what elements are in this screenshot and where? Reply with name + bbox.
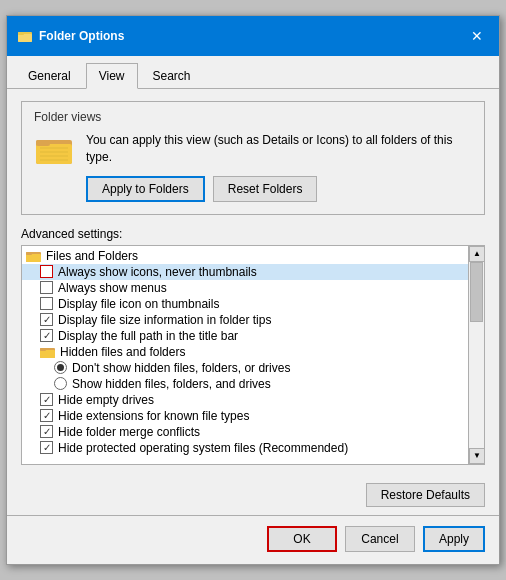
tab-general[interactable]: General xyxy=(15,63,84,89)
label-always-show-icons: Always show icons, never thumbnails xyxy=(58,265,257,279)
restore-btn-row: Restore Defaults xyxy=(21,483,485,507)
label-always-show-menus: Always show menus xyxy=(58,281,167,295)
category-files-and-folders: Files and Folders xyxy=(46,249,138,263)
scroll-track[interactable] xyxy=(469,262,484,448)
svg-rect-12 xyxy=(26,252,32,255)
radio-dont-show-hidden[interactable] xyxy=(54,361,67,374)
list-item[interactable]: Always show menus xyxy=(22,280,468,296)
radio-show-hidden[interactable] xyxy=(54,377,67,390)
folder-views-desc: You can apply this view (such as Details… xyxy=(86,132,472,166)
dialog-footer: OK Cancel Apply xyxy=(7,515,499,564)
label-hide-folder-merge: Hide folder merge conflicts xyxy=(58,425,200,439)
list-item[interactable]: Hide empty drives xyxy=(22,392,468,408)
folder-views-buttons: Apply to Folders Reset Folders xyxy=(86,176,472,202)
tab-content: Folder views You can apply this view (su… xyxy=(7,89,499,477)
apply-button[interactable]: Apply xyxy=(423,526,485,552)
label-show-hidden: Show hidden files, folders, and drives xyxy=(72,377,271,391)
svg-rect-2 xyxy=(18,32,24,35)
svg-rect-14 xyxy=(40,350,55,358)
list-content: Files and Folders Always show icons, nev… xyxy=(22,246,468,464)
checkbox-always-show-menus[interactable] xyxy=(40,281,53,294)
scroll-thumb[interactable] xyxy=(470,262,483,322)
tab-search[interactable]: Search xyxy=(140,63,204,89)
checkbox-hide-empty-drives[interactable] xyxy=(40,393,53,406)
label-hide-empty-drives: Hide empty drives xyxy=(58,393,154,407)
checkbox-display-file-size[interactable] xyxy=(40,313,53,326)
checkbox-display-file-icon[interactable] xyxy=(40,297,53,310)
svg-rect-1 xyxy=(18,34,32,42)
tab-view[interactable]: View xyxy=(86,63,138,89)
list-item[interactable]: Hide extensions for known file types xyxy=(22,408,468,424)
checkbox-hide-folder-merge[interactable] xyxy=(40,425,53,438)
folder-views-inner: You can apply this view (such as Details… xyxy=(34,132,472,202)
label-dont-show-hidden: Don't show hidden files, folders, or dri… xyxy=(72,361,290,375)
list-item[interactable]: Display file size information in folder … xyxy=(22,312,468,328)
label-display-file-icon: Display file icon on thumbnails xyxy=(58,297,219,311)
label-hide-extensions: Hide extensions for known file types xyxy=(58,409,249,423)
label-hide-protected-os: Hide protected operating system files (R… xyxy=(58,441,348,455)
scroll-up-arrow[interactable]: ▲ xyxy=(469,246,485,262)
list-item[interactable]: Don't show hidden files, folders, or dri… xyxy=(22,360,468,376)
list-item[interactable]: Hide folder merge conflicts xyxy=(22,424,468,440)
tab-bar: General View Search xyxy=(7,56,499,89)
advanced-settings-list: Files and Folders Always show icons, nev… xyxy=(21,245,485,465)
folder-hidden-icon xyxy=(40,345,56,359)
ok-button[interactable]: OK xyxy=(267,526,337,552)
advanced-settings-label: Advanced settings: xyxy=(21,227,485,241)
folder-views-group: Folder views You can apply this view (su… xyxy=(21,101,485,215)
list-item[interactable]: Always show icons, never thumbnails xyxy=(22,264,468,280)
folder-options-window: Folder Options ✕ General View Search Fol… xyxy=(6,15,500,565)
list-item[interactable]: Display file icon on thumbnails xyxy=(22,296,468,312)
list-item[interactable]: Show hidden files, folders, and drives xyxy=(22,376,468,392)
category-hidden-files: Hidden files and folders xyxy=(22,344,468,360)
scroll-down-arrow[interactable]: ▼ xyxy=(469,448,485,464)
restore-defaults-button[interactable]: Restore Defaults xyxy=(366,483,485,507)
reset-folders-button[interactable]: Reset Folders xyxy=(213,176,318,202)
folder-views-text: You can apply this view (such as Details… xyxy=(86,132,472,202)
svg-rect-15 xyxy=(40,348,46,351)
label-display-full-path: Display the full path in the title bar xyxy=(58,329,238,343)
title-bar: Folder Options ✕ xyxy=(7,16,499,56)
cancel-button[interactable]: Cancel xyxy=(345,526,415,552)
folder-small-icon xyxy=(26,249,42,263)
title-bar-left: Folder Options xyxy=(17,28,124,44)
checkbox-hide-extensions[interactable] xyxy=(40,409,53,422)
folder-large-icon xyxy=(34,132,74,168)
label-hidden-files-category: Hidden files and folders xyxy=(60,345,185,359)
scrollbar[interactable]: ▲ ▼ xyxy=(468,246,484,464)
checkbox-display-full-path[interactable] xyxy=(40,329,53,342)
list-item: Files and Folders xyxy=(22,248,468,264)
label-display-file-size: Display file size information in folder … xyxy=(58,313,271,327)
checkbox-hide-protected-os[interactable] xyxy=(40,441,53,454)
svg-rect-4 xyxy=(36,144,72,164)
apply-to-folders-button[interactable]: Apply to Folders xyxy=(86,176,205,202)
bottom-section: Restore Defaults xyxy=(7,477,499,507)
close-button[interactable]: ✕ xyxy=(465,24,489,48)
window-icon xyxy=(17,28,33,44)
list-item[interactable]: Display the full path in the title bar xyxy=(22,328,468,344)
svg-rect-5 xyxy=(36,140,50,146)
list-item[interactable]: Hide protected operating system files (R… xyxy=(22,440,468,456)
svg-rect-11 xyxy=(26,254,41,262)
checkbox-always-show-icons[interactable] xyxy=(40,265,53,278)
window-title: Folder Options xyxy=(39,29,124,43)
folder-views-title: Folder views xyxy=(34,110,472,124)
